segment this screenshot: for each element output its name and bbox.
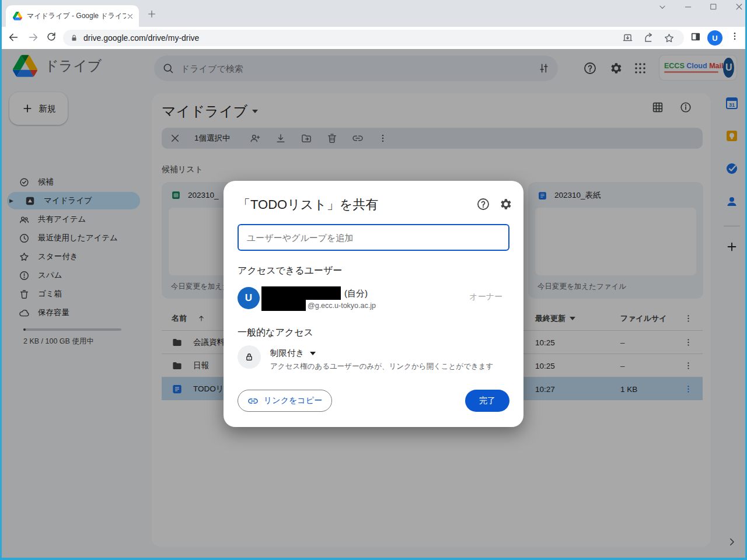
forward-icon[interactable] [27, 31, 40, 44]
address-bar[interactable]: drive.google.com/drive/my-drive [63, 30, 684, 46]
tab-close-icon[interactable] [126, 12, 134, 20]
share-settings-gear-icon[interactable] [498, 197, 512, 211]
owner-self-suffix: (自分) [344, 288, 368, 299]
general-access-dropdown[interactable]: 制限付き [270, 348, 316, 359]
browser-profile-avatar[interactable]: U [707, 30, 722, 46]
browser-toolbar: drive.google.com/drive/my-drive U [0, 27, 747, 49]
screen: マイドライブ - Google ドライブ drive.google.com/dr… [0, 0, 747, 560]
dropdown-caret-icon [310, 352, 316, 355]
owner-email-domain: @g.ecc.u-tokyo.ac.jp [308, 302, 376, 310]
access-users-label: アクセスできるユーザー [238, 265, 342, 277]
screenshare-edge-left [0, 0, 2, 560]
owner-avatar: U [238, 287, 260, 309]
browser-menu-kebab-icon[interactable] [729, 31, 740, 41]
share-help-icon[interactable] [476, 197, 490, 211]
copy-link-button[interactable]: リンクをコピー [238, 390, 332, 412]
add-people-input[interactable] [238, 224, 509, 251]
owner-role[interactable]: オーナー [469, 292, 502, 302]
secure-lock-icon[interactable] [70, 34, 78, 42]
screenshare-edge-bottom [0, 558, 747, 560]
browser-tabstrip: マイドライブ - Google ドライブ [0, 0, 747, 27]
share-dialog: 「TODOリスト」を共有 アクセスできるユーザー U (自分) @g.ecc.u… [224, 181, 523, 427]
url-text[interactable]: drive.google.com/drive/my-drive [83, 33, 617, 43]
done-button[interactable]: 完了 [465, 390, 509, 412]
bookmark-star-icon[interactable] [664, 33, 675, 44]
share-dialog-title: 「TODOリスト」を共有 [238, 196, 378, 214]
general-access-label: 一般的なアクセス [238, 327, 313, 339]
window-minimize-icon[interactable] [684, 3, 692, 11]
owner-name-redacted [261, 286, 341, 300]
new-tab-button[interactable] [147, 9, 156, 19]
general-access-description: アクセス権のあるユーザーのみが、リンクから開くことができます [270, 362, 493, 372]
drive-favicon-icon [13, 12, 22, 20]
share-icon[interactable] [644, 33, 655, 44]
back-icon[interactable] [7, 31, 20, 44]
browser-tab[interactable]: マイドライブ - Google ドライブ [6, 5, 139, 27]
window-maximize-icon[interactable] [710, 3, 717, 10]
tab-title: マイドライブ - Google ドライブ [27, 11, 126, 21]
owner-email-redacted [261, 300, 306, 311]
install-icon[interactable] [622, 33, 633, 44]
tab-search-icon[interactable] [658, 3, 666, 11]
window-close-icon[interactable] [735, 2, 743, 11]
reload-icon[interactable] [46, 31, 57, 43]
side-panel-icon[interactable] [690, 31, 701, 43]
restricted-lock-icon[interactable] [238, 345, 261, 369]
